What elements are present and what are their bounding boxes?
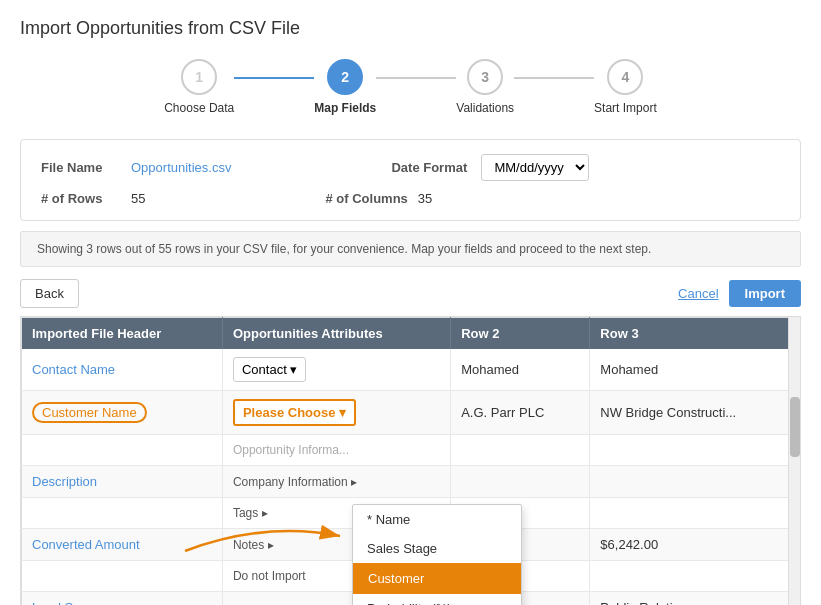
columns-label: # of Columns <box>325 191 407 206</box>
step-circle-3: 3 <box>467 59 503 95</box>
info-row-file: File Name Opportunities.csv Date Format … <box>41 154 780 181</box>
dropdown-item-name[interactable]: * Name <box>353 505 521 534</box>
lead-source-link[interactable]: Lead Source <box>32 600 106 605</box>
date-format-select[interactable]: MM/dd/yyyy dd/MM/yyyy yyyy/MM/dd <box>481 154 589 181</box>
cell-row3 <box>590 435 800 466</box>
table-row: Customer Name Please Choose ▾ A.G. Parr … <box>22 391 800 435</box>
step-circle-4: 4 <box>607 59 643 95</box>
cell-row3: Mohamed <box>590 349 800 391</box>
dropdown-item-customer[interactable]: Customer <box>353 563 521 594</box>
cancel-button[interactable]: Cancel <box>678 286 718 301</box>
cell-file-header: Customer Name <box>22 391 223 435</box>
table-row: Description Company Information ▸ <box>22 466 800 498</box>
attribute-dropdown: * Name Sales Stage Customer Probability … <box>352 504 522 605</box>
step-label-4: Start Import <box>594 101 657 115</box>
step-4: 4 Start Import <box>594 59 657 115</box>
step-label-1: Choose Data <box>164 101 234 115</box>
connector-2-3 <box>376 77 456 79</box>
scrollbar-thumb <box>790 397 800 457</box>
rows-value: 55 <box>131 191 145 206</box>
description-link[interactable]: Description <box>32 474 97 489</box>
import-button[interactable]: Import <box>729 280 801 307</box>
page-container: Import Opportunities from CSV File 1 Cho… <box>0 0 821 605</box>
contact-name-link[interactable]: Contact Name <box>32 362 115 377</box>
cell-row3: $6,242.00 <box>590 529 800 561</box>
notice-text: Showing 3 rows out of 55 rows in your CS… <box>37 242 651 256</box>
customer-name-annotated: Customer Name <box>32 402 147 423</box>
cell-file-header: Lead Source <box>22 592 223 606</box>
cell-file-header: Contact Name <box>22 349 223 391</box>
col-header-row2: Row 2 <box>451 318 590 350</box>
date-format-wrapper: MM/dd/yyyy dd/MM/yyyy yyyy/MM/dd <box>481 154 589 181</box>
cell-row2: A.G. Parr PLC <box>451 391 590 435</box>
step-2: 2 Map Fields <box>314 59 376 115</box>
table-header-row: Imported File Header Opportunities Attri… <box>22 318 800 350</box>
col-header-file: Imported File Header <box>22 318 223 350</box>
step-label-3: Validations <box>456 101 514 115</box>
file-name-value: Opportunities.csv <box>131 160 231 175</box>
table-section: Imported File Header Opportunities Attri… <box>20 316 801 605</box>
contact-select-btn[interactable]: Contact ▾ <box>233 357 306 382</box>
dropdown-item-sales-stage[interactable]: Sales Stage <box>353 534 521 563</box>
col-header-attr: Opportunities Attributes <box>222 318 450 350</box>
columns-value: 35 <box>418 191 432 206</box>
cell-row2: Mohamed <box>451 349 590 391</box>
connector-1-2 <box>234 77 314 79</box>
cell-row2 <box>451 466 590 498</box>
cell-file-header: Description <box>22 466 223 498</box>
step-1: 1 Choose Data <box>164 59 234 115</box>
cell-file-header <box>22 498 223 529</box>
cell-row3: Public Relations <box>590 592 800 606</box>
table-scrollbar[interactable] <box>788 317 800 605</box>
step-circle-2: 2 <box>327 59 363 95</box>
toolbar-row: Back Cancel Import <box>20 279 801 308</box>
col-header-row3: Row 3 <box>590 318 800 350</box>
cell-row3 <box>590 561 800 592</box>
info-row-counts: # of Rows 55 # of Columns 35 <box>41 191 780 206</box>
cell-attr: Please Choose ▾ <box>222 391 450 435</box>
notice-bar: Showing 3 rows out of 55 rows in your CS… <box>20 231 801 267</box>
cell-attr: Company Information ▸ <box>222 466 450 498</box>
back-button[interactable]: Back <box>20 279 79 308</box>
file-name-label: File Name <box>41 160 121 175</box>
cell-row3 <box>590 466 800 498</box>
connector-3-4 <box>514 77 594 79</box>
rows-label: # of Rows <box>41 191 121 206</box>
table-row: Contact Name Contact ▾ Mohamed Mohamed <box>22 349 800 391</box>
toolbar-right: Cancel Import <box>678 280 801 307</box>
step-label-2: Map Fields <box>314 101 376 115</box>
cell-file-header <box>22 435 223 466</box>
cell-attr: Opportunity Informa... <box>222 435 450 466</box>
dropdown-item-probability[interactable]: Probability (%) <box>353 594 521 605</box>
please-choose-btn[interactable]: Please Choose ▾ <box>233 399 356 426</box>
cell-row3 <box>590 498 800 529</box>
cell-row2 <box>451 435 590 466</box>
step-circle-1: 1 <box>181 59 217 95</box>
converted-amount-link[interactable]: Converted Amount <box>32 537 140 552</box>
cell-row3: NW Bridge Constructi... <box>590 391 800 435</box>
page-title: Import Opportunities from CSV File <box>20 18 801 39</box>
cell-attr: Contact ▾ <box>222 349 450 391</box>
step-3: 3 Validations <box>456 59 514 115</box>
table-row: Opportunity Informa... <box>22 435 800 466</box>
info-panel: File Name Opportunities.csv Date Format … <box>20 139 801 221</box>
date-format-label: Date Format <box>391 160 471 175</box>
cell-file-header <box>22 561 223 592</box>
cell-file-header: Converted Amount <box>22 529 223 561</box>
stepper: 1 Choose Data 2 Map Fields 3 Validations… <box>20 59 801 115</box>
